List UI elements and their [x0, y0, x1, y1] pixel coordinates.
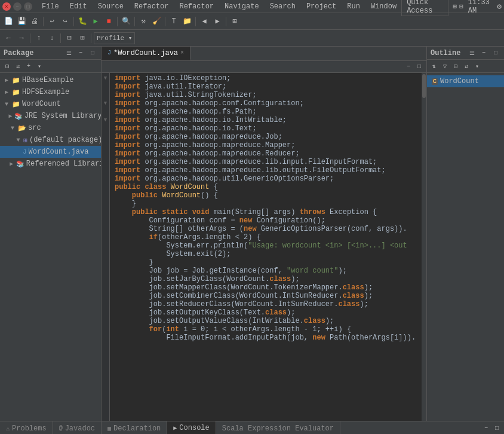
- code-content[interactable]: import java.io.IOException; import java.…: [110, 73, 422, 421]
- btab-javadoc[interactable]: @ Javadoc: [53, 421, 102, 434]
- minimize-button[interactable]: −: [13, 2, 21, 11]
- save-button[interactable]: 💾: [16, 16, 27, 27]
- bottom-maximize[interactable]: □: [492, 424, 502, 433]
- prev-edit-button[interactable]: ◀: [198, 16, 210, 27]
- scrollbar-thumb[interactable]: [422, 74, 426, 98]
- editor-scrollbar[interactable]: [422, 73, 426, 421]
- settings-icon[interactable]: ⚙: [497, 2, 502, 11]
- toolbar-icon-1[interactable]: ⊞: [453, 2, 457, 10]
- open-resource-button[interactable]: 📁: [181, 16, 193, 27]
- expand-button[interactable]: ⊞: [76, 32, 88, 44]
- down-button[interactable]: ↓: [46, 32, 58, 44]
- outline-menu[interactable]: ☰: [467, 48, 477, 58]
- tab-java-icon: J: [107, 50, 111, 56]
- menu-edit[interactable]: Edit: [65, 1, 92, 12]
- clean-button[interactable]: 🧹: [150, 16, 162, 27]
- tree-item-jre[interactable]: ▶ 📚 JRE System Library [j...: [0, 110, 101, 122]
- tree-item-default-pkg[interactable]: ▼ ⊞ (default package): [0, 134, 101, 146]
- outline-collapse[interactable]: ⊟: [451, 62, 460, 71]
- tree-item-hdfs[interactable]: ▶ 📁 HDFSExample: [0, 86, 101, 98]
- collapse-button[interactable]: ⊟: [63, 32, 75, 44]
- menu-refactor2[interactable]: Refactor: [174, 1, 219, 12]
- tree-label-ref-libs: Referenced Libraries: [26, 160, 101, 168]
- package-view-menu[interactable]: ☰: [64, 48, 73, 58]
- outline-filter[interactable]: ▽: [440, 62, 450, 71]
- btab-scala[interactable]: Scala Expression Evaluator: [216, 421, 340, 434]
- next-edit-button[interactable]: ▶: [211, 16, 223, 27]
- btab-problems[interactable]: ⚠ Problems: [0, 421, 53, 434]
- btab-declaration[interactable]: ▦ Declaration: [102, 421, 167, 434]
- btab-console-label: Console: [179, 424, 209, 432]
- tree-item-wordcount-java[interactable]: J WordCount.java: [0, 146, 101, 158]
- outline-link[interactable]: ⇄: [462, 62, 471, 71]
- code-line-8: import org.apache.hadoop.mapreduce.Job;: [115, 133, 417, 141]
- console-icon: ▶: [173, 424, 177, 432]
- code-gutter: ▼ ▼ ▼: [102, 73, 110, 421]
- package-tree: ▶ 📁 HBaseExample ▶ 📁 HDFSExample ▼ 📁 Wor…: [0, 73, 101, 421]
- new-button[interactable]: 📄: [2, 16, 14, 27]
- maximize-button[interactable]: □: [24, 2, 32, 11]
- pkg-link-editor[interactable]: ⇄: [13, 62, 23, 71]
- code-line-23: }: [115, 258, 417, 267]
- package-minimize[interactable]: −: [76, 48, 85, 58]
- tree-item-hbase[interactable]: ▶ 📁 HBaseExample: [0, 74, 101, 86]
- btab-console[interactable]: ▶ Console: [167, 421, 216, 434]
- redo-button[interactable]: ↪: [59, 16, 71, 27]
- menu-file[interactable]: File: [37, 1, 64, 12]
- code-line-18: Configuration conf = new Configuration()…: [115, 216, 417, 225]
- profile-dropdown[interactable]: Profile ▾: [94, 32, 135, 44]
- up-button[interactable]: ↑: [33, 32, 45, 44]
- gutter-collapse-3[interactable]: ▼: [104, 116, 107, 124]
- code-line-29: job.setOutputKeyClass(Text.class);: [115, 308, 417, 317]
- menu-navigate[interactable]: Navigate: [220, 1, 264, 12]
- editor-minimize[interactable]: −: [404, 62, 413, 72]
- tree-item-ref-libs[interactable]: ▶ 📚 Referenced Libraries: [0, 158, 101, 170]
- print-button[interactable]: 🖨: [29, 16, 41, 27]
- gutter-collapse-1[interactable]: ▼: [104, 74, 107, 82]
- menu-project[interactable]: Project: [302, 1, 341, 12]
- close-button[interactable]: ×: [2, 2, 11, 11]
- tree-item-wordcount[interactable]: ▼ 📁 WordCount: [0, 98, 101, 110]
- javadoc-icon: @: [59, 425, 63, 432]
- tab-close-button[interactable]: ×: [180, 50, 184, 56]
- run-button[interactable]: ▶: [90, 16, 102, 27]
- perspective-button[interactable]: ⊞: [229, 16, 241, 27]
- search-button[interactable]: 🔍: [120, 16, 132, 27]
- editor-maximize[interactable]: □: [414, 62, 424, 72]
- forward-button[interactable]: →: [16, 32, 27, 44]
- outline-settings[interactable]: ▾: [472, 62, 482, 71]
- tab-wordcount-java[interactable]: J *WordCount.java ×: [102, 47, 190, 60]
- code-line-28: job.setReducerClass(WordCount.IntSumRedu…: [115, 300, 417, 308]
- outline-sort[interactable]: ⇅: [429, 62, 439, 71]
- undo-button[interactable]: ↩: [46, 16, 58, 27]
- outline-label-wordcount: WordCount: [440, 77, 479, 85]
- pkg-collapse-all[interactable]: ⊟: [2, 62, 12, 71]
- toolbar-icon-2[interactable]: ⊟: [459, 2, 463, 10]
- menu-source[interactable]: Source: [93, 1, 128, 12]
- outline-maximize[interactable]: □: [491, 48, 500, 58]
- open-type-button[interactable]: T: [168, 16, 180, 27]
- quick-access[interactable]: Quick Access: [401, 0, 448, 16]
- outline-item-wordcount[interactable]: C WordCount: [427, 75, 504, 87]
- stop-button[interactable]: ■: [103, 16, 115, 27]
- pkg-menu[interactable]: ▾: [35, 62, 44, 71]
- back-button[interactable]: ←: [2, 32, 14, 44]
- tree-label-wordcount: WordCount: [22, 100, 61, 108]
- pkg-new[interactable]: +: [24, 62, 33, 71]
- build-button[interactable]: ⚒: [137, 16, 149, 27]
- gutter-collapse-2[interactable]: ▼: [104, 99, 107, 108]
- sep1: [43, 17, 44, 26]
- menu-window[interactable]: Window: [366, 1, 401, 12]
- outline-minimize[interactable]: −: [479, 48, 488, 58]
- menu-run[interactable]: Run: [342, 1, 365, 12]
- outline-toolbar: ⇅ ▽ ⊟ ⇄ ▾: [427, 60, 504, 73]
- package-maximize[interactable]: □: [88, 48, 97, 58]
- bottom-minimize[interactable]: −: [481, 424, 491, 433]
- debug-button[interactable]: 🐛: [76, 16, 88, 27]
- tree-label-hbase: HBaseExample: [22, 76, 73, 84]
- menu-refactor1[interactable]: Refactor: [130, 1, 174, 12]
- tree-arrow-default-pkg: ▼: [17, 137, 23, 143]
- menu-search[interactable]: Search: [265, 1, 300, 12]
- tree-item-src[interactable]: ▼ 📂 src: [0, 122, 101, 134]
- tree-label-wordcount-java: WordCount.java: [29, 148, 89, 156]
